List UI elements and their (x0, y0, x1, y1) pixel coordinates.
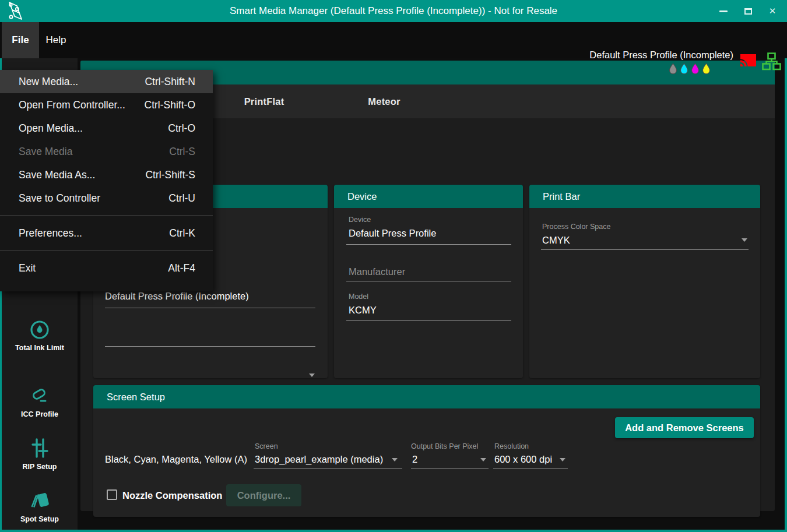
nozzle-compensation-checkbox[interactable] (107, 489, 117, 500)
sidebar-item-label: ICC Profile (2, 410, 78, 418)
total-ink-limit-icon (29, 319, 50, 340)
channel-group-label: Black, Cyan, Magenta, Yellow (A) (105, 454, 247, 465)
shortcut: Ctrl-Shift-S (145, 169, 195, 181)
menu-item-preferences[interactable]: Preferences... Ctrl-K (0, 221, 213, 245)
sidebar-item-label: Spot Setup (2, 515, 78, 523)
ink-channel-drops (668, 63, 711, 75)
menu-help[interactable]: Help (39, 22, 73, 58)
print-bar-card: Print Bar Process Color Space CMYK (529, 185, 760, 378)
media-name-field[interactable]: Default Press Profile (Incomplete) (105, 291, 249, 302)
shortcut: Ctrl-O (168, 122, 195, 135)
device-card: Device Device Default Press Profile Manu… (334, 185, 523, 378)
file-menu-dropdown: New Media... Ctrl-Shift-N Open From Cont… (0, 70, 213, 291)
menu-separator (0, 250, 213, 251)
shortcut: Ctrl-U (168, 192, 195, 205)
resolution-label: Resolution (494, 442, 529, 450)
screen-dropdown-label: Screen (255, 442, 278, 450)
menu-item-new-media[interactable]: New Media... Ctrl-Shift-N (0, 70, 213, 93)
sidebar-item-total-ink-limit[interactable]: Total Ink Limit (2, 319, 78, 352)
sidebar-item-rip-setup[interactable]: RIP Setup (2, 437, 78, 471)
device-field[interactable]: Default Press Profile (349, 228, 436, 239)
process-color-space-label: Process Color Space (542, 223, 610, 231)
tab-meteor[interactable]: Meteor (324, 84, 444, 118)
model-field-label: Model (349, 293, 368, 301)
app-window: Smart Media Manager (Default Press Profi… (0, 0, 787, 532)
active-profile-label: Default Press Profile (Incomplete) (589, 50, 733, 61)
ink-drop-cyan-icon (679, 63, 689, 75)
resolution-dropdown-arrow-icon[interactable] (560, 458, 565, 461)
screen-dropdown[interactable]: 3drop_pearl_example (media) (255, 454, 383, 465)
shortcut: Ctrl-Shift-O (145, 99, 196, 111)
close-button[interactable]: ✕ (760, 0, 785, 22)
shortcut: Alt-F4 (168, 262, 195, 274)
cast-status-icon[interactable] (740, 54, 757, 69)
output-bits-dropdown-arrow-icon[interactable] (480, 458, 486, 461)
shortcut: Ctrl-S (169, 146, 195, 158)
hidden-dropdown-arrow-icon[interactable] (309, 374, 315, 377)
tab-printflat[interactable]: PrintFlat (204, 84, 324, 118)
menu-item-save-media-as[interactable]: Save Media As... Ctrl-Shift-S (0, 163, 213, 186)
network-status-icon[interactable] (762, 52, 781, 71)
configure-button: Configure... (226, 484, 301, 506)
output-bits-dropdown[interactable]: 2 (412, 454, 417, 465)
device-field-label: Device (349, 216, 371, 224)
sidebar-item-icc-profile[interactable]: ICC Profile (2, 385, 78, 418)
process-color-space-dropdown[interactable]: CMYK (542, 235, 570, 246)
nozzle-compensation-label: Nozzle Compensation (122, 490, 222, 501)
menu-item-open-from-controller[interactable]: Open From Controller... Ctrl-Shift-O (0, 93, 213, 117)
menu-item-save-media: Save Media Ctrl-S (0, 140, 213, 163)
model-field[interactable]: KCMY (349, 305, 377, 316)
sidebar-item-spot-setup[interactable]: Spot Setup (2, 489, 78, 523)
window-title: Smart Media Manager (Default Press Profi… (0, 0, 787, 22)
print-bar-card-header: Print Bar (529, 185, 760, 208)
ink-drop-yellow-icon (701, 63, 711, 75)
device-card-header: Device (334, 185, 523, 208)
screen-setup-card-header: Screen Setup (93, 385, 760, 408)
add-remove-screens-button[interactable]: Add and Remove Screens (615, 417, 754, 438)
menu-separator (0, 215, 213, 216)
menu-item-save-to-controller[interactable]: Save to Controller Ctrl-U (0, 186, 213, 210)
resolution-dropdown[interactable]: 600 x 600 dpi (494, 454, 552, 465)
process-color-space-dropdown-arrow-icon[interactable] (742, 238, 747, 242)
spot-setup-icon (29, 489, 51, 512)
rip-setup-icon (29, 437, 50, 459)
menu-file[interactable]: File (2, 22, 39, 58)
minimize-button[interactable] (711, 0, 736, 22)
screen-dropdown-arrow-icon[interactable] (392, 458, 398, 461)
menu-item-open-media[interactable]: Open Media... Ctrl-O (0, 117, 213, 140)
shortcut: Ctrl-K (169, 227, 195, 239)
sidebar-item-label: Total Ink Limit (2, 344, 78, 352)
shortcut: Ctrl-Shift-N (145, 76, 195, 88)
maximize-button[interactable] (736, 0, 760, 22)
screen-setup-card: Screen Setup Add and Remove Screens Blac… (93, 385, 760, 517)
ink-drop-gray-icon (668, 63, 678, 75)
manufacturer-field[interactable]: Manufacturer (349, 266, 405, 277)
icc-profile-icon (29, 385, 51, 407)
menu-item-exit[interactable]: Exit Alt-F4 (0, 256, 213, 280)
ink-drop-magenta-icon (690, 63, 700, 75)
menu-bar: File Help Default Press Profile (Incompl… (0, 22, 787, 58)
output-bits-label: Output Bits Per Pixel (411, 442, 478, 450)
title-bar: Smart Media Manager (Default Press Profi… (0, 0, 787, 22)
sidebar-item-label: RIP Setup (2, 463, 78, 471)
